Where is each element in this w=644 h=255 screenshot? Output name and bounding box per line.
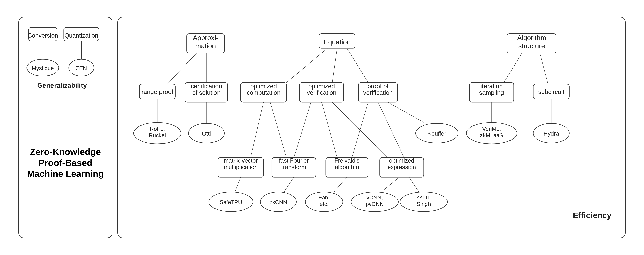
- right-diagram: Approxi- mation Equation Algorithm struc…: [126, 24, 617, 229]
- svg-line-32: [286, 48, 327, 83]
- certsol-line2: of solution: [192, 89, 220, 96]
- svg-line-45: [378, 102, 404, 158]
- svg-line-49: [235, 177, 241, 192]
- mystique-label: Mystique: [32, 65, 54, 71]
- optcomp-line1: optimized: [250, 83, 277, 90]
- optexpr-line1: optimized: [389, 157, 414, 164]
- svg-line-44: [352, 102, 368, 158]
- efficiency-label: Efficiency: [573, 211, 612, 220]
- svg-line-52: [381, 177, 399, 192]
- zkdt-line1: ZKDT,: [416, 194, 432, 201]
- fastfourier-line2: transform: [282, 164, 306, 170]
- approx-line1: Approxi-: [193, 34, 218, 41]
- otti-label: Otti: [202, 130, 211, 137]
- vcnn-line1: vCNN,: [366, 194, 383, 201]
- matvec-line2: multiplication: [224, 164, 258, 170]
- conversion-label: Conversion: [28, 32, 58, 39]
- zkcnn-label: zkCNN: [270, 199, 287, 205]
- svg-line-41: [294, 102, 311, 158]
- matvec-line1: matrix-vector: [224, 157, 258, 164]
- vcnn-line2: pvCNN: [366, 201, 384, 207]
- equation-label: Equation: [324, 38, 351, 46]
- approx-line2: mation: [195, 42, 216, 50]
- svg-line-36: [540, 53, 548, 84]
- veriml-line1: VeriML,: [482, 126, 501, 132]
- fan-line2: etc.: [320, 201, 328, 207]
- freivald-line1: Freivald's: [334, 157, 360, 164]
- generalizability-label: Generalizability: [37, 82, 87, 89]
- fastfourier-line1: fast Fourier: [279, 157, 309, 164]
- svg-line-46: [388, 102, 425, 123]
- left-panel: Conversion Quantization Mystique ZEN Gen…: [18, 17, 112, 238]
- svg-line-34: [347, 48, 368, 83]
- left-main-label: Zero-Knowledge Proof-Based Machine Learn…: [24, 146, 107, 179]
- safetpu-label: SafeTPU: [220, 199, 242, 205]
- algstruct-line2: structure: [518, 42, 545, 50]
- left-diagram: Conversion Quantization Mystique ZEN Gen…: [24, 24, 107, 141]
- outer-container: Conversion Quantization Mystique ZEN Gen…: [12, 10, 632, 245]
- svg-line-39: [250, 102, 264, 158]
- quantization-label: Quantization: [64, 32, 98, 39]
- optverif-line1: optimized: [308, 83, 335, 90]
- right-panel: Approxi- mation Equation Algorithm struc…: [118, 17, 626, 238]
- subcircuit-label: subcircuit: [538, 88, 564, 95]
- veriml-line2: zkMLaaS: [480, 132, 503, 138]
- svg-line-35: [504, 53, 522, 82]
- freivald-line2: algorithm: [335, 164, 359, 170]
- optcomp-line2: computation: [247, 89, 280, 96]
- proofverif-line1: proof of: [368, 83, 388, 90]
- itersampl-line1: iteration: [481, 83, 503, 90]
- rofl-line1: RoFL,: [150, 126, 165, 132]
- zen-label: ZEN: [76, 65, 87, 71]
- certsol-line1: certification: [191, 83, 222, 90]
- hydra-label: Hydra: [544, 130, 559, 137]
- svg-line-53: [409, 177, 419, 192]
- rofl-line2: Ruckel: [149, 132, 166, 138]
- zkdt-line2: Singh: [417, 201, 431, 207]
- keuffer-label: Keuffer: [428, 130, 446, 137]
- rangeproof-label: range proof: [142, 88, 174, 95]
- svg-line-42: [322, 102, 337, 158]
- svg-line-51: [334, 177, 347, 192]
- svg-line-40: [270, 102, 286, 158]
- optexpr-line2: expression: [388, 164, 416, 170]
- algstruct-line1: Algorithm: [517, 34, 546, 41]
- svg-line-50: [284, 177, 294, 192]
- itersampl-line2: sampling: [479, 89, 504, 96]
- proofverif-line2: verification: [363, 89, 393, 96]
- fan-line1: Fan,: [318, 194, 330, 201]
- svg-line-30: [167, 53, 196, 84]
- optverif-line2: verification: [307, 89, 336, 96]
- svg-line-33: [332, 48, 337, 83]
